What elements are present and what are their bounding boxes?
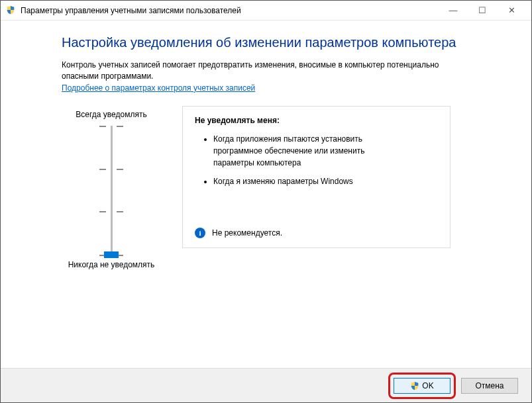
ok-button-highlight: OK [388, 373, 456, 399]
close-button[interactable]: ✕ [497, 1, 526, 20]
ok-button-label: OK [422, 381, 433, 390]
page-heading: Настройка уведомления об изменении парам… [62, 35, 485, 50]
uac-settings-window: Параметры управления учетными записями п… [0, 0, 532, 403]
page-description: Контроль учетных записей помогает предот… [62, 60, 452, 82]
slider-track [111, 126, 113, 255]
slider-column: Всегда уведомлять Никогда не уведомлять [62, 106, 161, 276]
content-area: Настройка уведомления об изменении парам… [1, 21, 531, 368]
slider-thumb[interactable] [104, 251, 119, 258]
slider-label-always: Всегда уведомлять [62, 110, 161, 119]
shield-icon [410, 381, 419, 390]
detail-footer-text: Не рекомендуется. [212, 228, 282, 238]
maximize-button[interactable]: ☐ [468, 1, 497, 20]
slider-area: Всегда уведомлять Никогда не уведомлять … [62, 106, 485, 276]
titlebar: Параметры управления учетными записями п… [1, 1, 531, 21]
cancel-button-label: Отмена [475, 381, 504, 390]
button-bar: OK Отмена [1, 368, 531, 402]
detail-panel: Не уведомлять меня: Когда приложения пыт… [182, 106, 451, 248]
detail-title: Не уведомлять меня: [195, 116, 438, 125]
detail-item: Когда приложения пытаются установить про… [213, 133, 407, 169]
detail-list: Когда приложения пытаются установить про… [201, 133, 407, 187]
learn-more-link[interactable]: Подробнее о параметрах контроля учетных … [62, 83, 255, 93]
window-title: Параметры управления учетными записями п… [21, 6, 439, 15]
minimize-button[interactable]: — [439, 1, 468, 20]
shield-icon [6, 5, 17, 16]
detail-item: Когда я изменяю параметры Windows [213, 175, 407, 187]
window-controls: — ☐ ✕ [439, 1, 526, 20]
notification-slider[interactable] [62, 126, 161, 255]
slider-label-never: Никогда не уведомлять [62, 260, 161, 269]
detail-footer: i Не рекомендуется. [195, 228, 282, 238]
cancel-button[interactable]: Отмена [461, 378, 518, 394]
ok-button[interactable]: OK [394, 378, 451, 394]
info-icon: i [195, 228, 205, 238]
